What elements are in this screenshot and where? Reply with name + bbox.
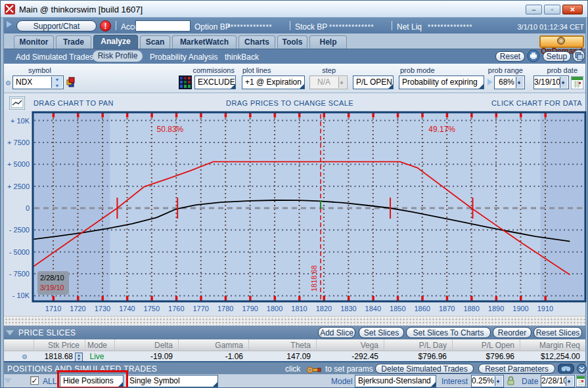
print-button[interactable] <box>527 50 541 65</box>
subtab-risk-profile[interactable]: Risk Profile <box>93 51 143 62</box>
plot-lines-dropdown[interactable]: +1 @ Expiration <box>242 75 305 89</box>
tab-analyze[interactable]: Analyze <box>93 35 138 49</box>
chart-style-button[interactable] <box>9 97 25 112</box>
x-tick-label: 1880 <box>463 305 479 313</box>
symbol-combo[interactable]: NDX ▼▼ <box>12 75 64 89</box>
x-tick-label: 1910 <box>537 305 553 313</box>
reset-button[interactable]: Reset <box>495 51 525 62</box>
button-reset-parameters[interactable]: Reset Parameters <box>478 364 555 374</box>
clock-datetime: 3/1/10 01:12:34 CET <box>507 23 584 31</box>
y-tick-label: + 10K <box>11 117 30 125</box>
subtab-add-simulated-trades[interactable]: Add Simulated Trades <box>16 53 93 62</box>
x-tick-label: 1750 <box>144 305 160 313</box>
spinner-arrows-icon[interactable] <box>516 77 524 88</box>
separator <box>392 21 392 30</box>
account-input[interactable] <box>135 20 191 32</box>
y-tick-label: + 5000 <box>7 160 30 168</box>
spreads-grid-icon[interactable] <box>179 75 192 89</box>
calendar-icon[interactable] <box>571 76 583 89</box>
collapse-positions-icon[interactable] <box>4 378 12 383</box>
button-set-slices-to-charts[interactable]: Set Slices To Charts <box>406 327 491 338</box>
horizontal-splitter[interactable] <box>4 316 585 326</box>
x-tick-label: 1720 <box>70 305 85 313</box>
model-dropdown[interactable]: Bjerksund-Stensland <box>355 375 436 387</box>
maximize-button[interactable]: ▫ <box>544 5 560 14</box>
x-tick-label: 1890 <box>488 305 504 313</box>
cell-delta-value: -19.09 <box>114 351 178 362</box>
support-chat-button[interactable]: Support/Chat <box>16 20 97 32</box>
option-bp-value: ************** <box>227 24 272 31</box>
tab-charts[interactable]: Charts <box>238 35 275 49</box>
all-checkbox[interactable]: ✓ <box>30 376 39 385</box>
spinner-arrows-icon[interactable] <box>338 77 346 88</box>
button-delete-simulated-trades[interactable]: Delete Simulated Trades <box>375 364 474 374</box>
commissions-dropdown[interactable]: EXCLUDE <box>194 75 236 89</box>
tab-trade[interactable]: Trade <box>56 35 91 49</box>
all-label: ALL <box>43 377 57 386</box>
minimize-button[interactable]: – <box>526 5 542 14</box>
ondemand-button[interactable]: OnDemand <box>539 35 584 48</box>
expand-prob-icon[interactable] <box>487 79 493 85</box>
prob-date-spinner[interactable]: 3/19/10 <box>533 75 569 89</box>
net-liq-label: Net Liq <box>397 22 422 32</box>
hint-click: click <box>285 364 300 374</box>
detach-button[interactable] <box>572 50 586 65</box>
app-window: Main @ thinkorswim [build 1607] – ▫ ✕ Su… <box>0 0 588 388</box>
column-header-gamma: Gamma <box>178 339 248 351</box>
button-add-slice[interactable]: Add Slice <box>318 327 355 338</box>
spinner-arrows-icon[interactable] <box>566 376 574 386</box>
button-set-slices[interactable]: Set Slices <box>359 327 404 338</box>
pl-mode-dropdown[interactable]: P/L OPEN <box>353 75 394 89</box>
expand-gadget-icon[interactable] <box>7 21 12 28</box>
model-label: Model <box>331 377 353 386</box>
column-header-theta: Theta <box>248 339 316 351</box>
risk-profile-chart[interactable]: + 10K+ 7500+ 5000+ 25000- 2500- 5000- 75… <box>1 111 588 316</box>
layers-icon <box>572 50 586 62</box>
chevron-double-down-icon <box>576 364 587 374</box>
cell-mode-value: Live <box>85 351 114 362</box>
spinner-arrows-icon[interactable] <box>495 376 503 386</box>
x-tick-label: 1850 <box>390 305 405 313</box>
collapse-price-slices-icon[interactable] <box>6 330 14 335</box>
tab-scan[interactable]: Scan <box>140 35 170 49</box>
button-reorder[interactable]: Reorder <box>493 327 531 338</box>
symbol-bullet-icon <box>6 81 11 85</box>
link-color-icon[interactable] <box>66 77 76 88</box>
x-tick-label: 1830 <box>340 305 356 313</box>
tab-help[interactable]: Help <box>309 35 347 49</box>
button-reset-slices[interactable]: Reset Slices <box>533 327 582 338</box>
calendar-icon[interactable] <box>576 375 585 387</box>
spinner-arrows-icon[interactable] <box>560 77 568 88</box>
stk-price-spinner-icon[interactable]: ▴▾ <box>75 353 83 362</box>
separator <box>290 21 290 30</box>
close-button[interactable]: ✕ <box>562 5 583 14</box>
date-spinner[interactable]: 2/28/10 <box>541 375 575 387</box>
date-label: Date <box>522 377 538 386</box>
subtab-probability-analysis[interactable]: Probability Analysis <box>150 53 217 62</box>
tab-monitor[interactable]: Monitor <box>14 35 54 49</box>
stock-bp-label: Stock BP <box>295 22 327 32</box>
drag-chart-hint: DRAG CHART TO PAN <box>34 99 114 107</box>
prob-date-label: prob date <box>538 66 577 74</box>
column-header-margin-req: Margin Req <box>520 339 585 351</box>
interest-spinner[interactable]: 0.25% <box>471 375 504 387</box>
x-tick-label: 1900 <box>512 305 528 313</box>
y-tick-label: + 7500 <box>7 139 30 146</box>
prob-range-spinner[interactable]: 68% <box>494 75 525 89</box>
dropdown-corner-icon <box>300 84 304 89</box>
y-tick-label: - 2500 <box>9 226 30 234</box>
prob-mode-dropdown[interactable]: Probability of expiring <box>399 75 484 89</box>
y-tick-label: - 10K <box>12 291 30 299</box>
subtab-thinkback[interactable]: thinkBack <box>225 53 259 62</box>
symbol-scope-dropdown[interactable]: Single Symbol <box>126 375 218 387</box>
alert-icon[interactable]: ! <box>100 20 111 32</box>
setup-button[interactable]: Setup <box>543 51 571 62</box>
step-spinner[interactable]: N/A <box>309 75 348 89</box>
cell-pl-day-value: $796.96 <box>384 351 452 362</box>
hide-positions-dropdown[interactable]: Hide Positions <box>60 375 124 387</box>
clock-icon <box>557 37 565 45</box>
slice-row-bullet-icon <box>22 355 27 359</box>
chevron-double-down-icon[interactable]: ▼▼ <box>51 77 62 88</box>
tab-marketwatch[interactable]: MarketWatch <box>172 35 237 49</box>
tab-tools[interactable]: Tools <box>277 35 307 49</box>
